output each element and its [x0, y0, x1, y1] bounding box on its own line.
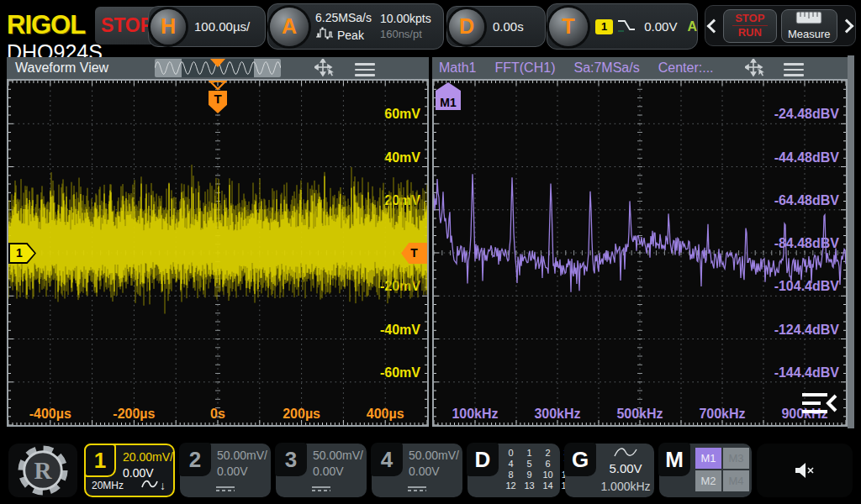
- channel2-button[interactable]: 2 50.00mV/ 0.00V: [180, 444, 271, 497]
- ac-coupling-icon: [141, 480, 158, 491]
- channel2-offset: 0.00V: [217, 464, 267, 480]
- rigol-gear-logo-button[interactable]: R: [8, 444, 77, 497]
- math-m4-chip[interactable]: M4: [723, 470, 749, 491]
- sample-rate: 6.25MSa/s: [315, 9, 372, 26]
- rigol-logo: RIGOL: [7, 10, 85, 40]
- measure-label: Measure: [788, 28, 831, 40]
- channel1-scale: 20.00mV/: [123, 449, 173, 465]
- math-button[interactable]: M M1 M3 M2 M4: [659, 444, 752, 497]
- channel4-scale: 50.00mV/: [409, 448, 459, 464]
- fft-grid: -24.48dBV -44.48dBV -64.48dBV -84.48dBV …: [432, 79, 848, 427]
- generator-amplitude: 5.00V: [600, 461, 651, 475]
- timebase-scale[interactable]: 100.00µs/: [194, 19, 250, 34]
- math-m2-chip[interactable]: M2: [695, 470, 721, 491]
- sine-wave-icon: [600, 446, 651, 461]
- digital-channels-button[interactable]: D 0123 4567 891011 12131415: [467, 444, 560, 497]
- channel1-bandwidth: 20MHz: [92, 480, 124, 491]
- trigger-sweep-auto: A: [687, 19, 697, 34]
- trigger-position-tag: T: [209, 91, 227, 113]
- move-window-icon[interactable]: [745, 59, 767, 81]
- delay-group: D 0.00s: [446, 6, 546, 47]
- channel4-number: 4: [371, 443, 403, 476]
- svg-text:R: R: [34, 457, 53, 484]
- panel-title: Waveform View: [15, 60, 108, 76]
- fft-sample-rate: Sa:7MSa/s: [573, 60, 639, 76]
- generator-letter: G: [564, 443, 596, 476]
- trigger-position-marker[interactable]: T: [209, 81, 227, 113]
- panel-menu-icon[interactable]: [784, 61, 804, 76]
- horizontal-knob[interactable]: H: [151, 9, 186, 45]
- channel4-button[interactable]: 4 50.00mV/ 0.00V: [372, 444, 462, 497]
- generator-frequency: 1.000kHz: [595, 480, 656, 493]
- waveform-view-header[interactable]: Waveform View: [7, 57, 429, 79]
- gear-icon: R: [17, 444, 69, 496]
- math-function[interactable]: FFT(CH1): [494, 60, 555, 76]
- channel1-number: 1: [84, 444, 116, 477]
- channel1-button[interactable]: 1 20.00mV/ 0.00V 20MHz ↓: [84, 444, 175, 497]
- move-window-icon[interactable]: [314, 59, 336, 81]
- math-m1-chip[interactable]: M1: [695, 448, 721, 469]
- horizontal-group: H 100.00µs/: [148, 6, 266, 47]
- waveform-view-panel: Waveform View 60mV 40mV 20mV -20mV -40mV: [7, 57, 429, 427]
- speaker-muted-icon: [794, 460, 816, 480]
- channel2-number: 2: [179, 443, 211, 476]
- overview-trigger-marker: [210, 59, 225, 67]
- math-letter: M: [658, 443, 690, 476]
- generator-button[interactable]: G 5.00V 1.000kHz: [565, 444, 654, 497]
- channel3-offset: 0.00V: [313, 464, 363, 480]
- math-chip-grid: M1 M3 M2 M4: [695, 448, 749, 491]
- waveform-grid: 60mV 40mV 20mV -20mV -40mV -60mV -400µs …: [7, 79, 429, 427]
- ruler-icon: [795, 11, 822, 27]
- horizontal-delay[interactable]: 0.00s: [493, 19, 524, 34]
- dc-coupling-icon: [312, 486, 330, 491]
- channel3-number: 3: [275, 443, 307, 476]
- sample-resolution: 160ns/pt: [380, 27, 431, 43]
- acquire-info[interactable]: 6.25MSa/s Peak: [315, 9, 372, 45]
- channel3-button[interactable]: 3 50.00mV/ 0.00V: [276, 444, 367, 497]
- fft-panel: Math1 FFT(CH1) Sa:7MSa/s Center:... -24.…: [432, 57, 848, 427]
- trigger-source-badge[interactable]: 1: [595, 19, 613, 34]
- toolbar-next-chevron[interactable]: [840, 18, 854, 33]
- delay-knob[interactable]: D: [449, 9, 484, 45]
- toolbar-prev-chevron[interactable]: [707, 18, 721, 33]
- channel2-scale: 50.00mV/: [217, 448, 267, 464]
- timebase-overview[interactable]: [155, 59, 281, 77]
- peak-detect-icon: [315, 26, 334, 44]
- trigger-knob[interactable]: T: [549, 8, 588, 46]
- run-label: RUN: [738, 27, 762, 39]
- top-bar: RIGOL STOP DHO924S H 100.00µs/ A 6.25MSa…: [0, 0, 861, 55]
- stop-label: STOP: [735, 13, 764, 24]
- acquire-knob[interactable]: A: [270, 8, 309, 46]
- memory-depth: 10.00kpts: [380, 10, 431, 27]
- panel-menu-icon[interactable]: [355, 61, 375, 76]
- channel3-scale: 50.00mV/: [313, 448, 363, 464]
- bottom-bar: R 1 20.00mV/ 0.00V 20MHz ↓ 2 50.00mV: [0, 433, 861, 504]
- fft-center: Center:...: [658, 60, 714, 76]
- math-m3-chip[interactable]: M3: [723, 448, 749, 469]
- quick-toolbar: STOP RUN Measure: [705, 5, 856, 46]
- acquisition-mode: Peak: [337, 27, 364, 44]
- expand-menu-icon[interactable]: [802, 391, 837, 418]
- sound-mute-button[interactable]: [757, 444, 853, 497]
- dc-coupling-icon: [216, 486, 235, 491]
- memory-info[interactable]: 10.00kpts 160ns/pt: [380, 10, 431, 43]
- trigger-level[interactable]: 0.00V: [644, 19, 677, 34]
- dc-coupling-icon: [408, 486, 426, 491]
- measure-button[interactable]: Measure: [781, 9, 837, 43]
- acquire-group: A 6.25MSa/s Peak 10.00kpts 160ns/pt: [267, 3, 444, 50]
- trigger-position-triangle: [209, 81, 227, 91]
- window-resize-strip[interactable]: [848, 55, 854, 428]
- digital-letter: D: [467, 443, 499, 476]
- digital-channel-grid: 0123 4567 891011 12131415: [504, 448, 573, 491]
- falling-edge-icon: [616, 18, 637, 36]
- math-source[interactable]: Math1: [439, 60, 476, 76]
- stop-run-button[interactable]: STOP RUN: [723, 9, 777, 43]
- oscilloscope-screen: RIGOL STOP DHO924S H 100.00µs/ A 6.25MSa…: [0, 0, 861, 504]
- trigger-group: T 1 0.00V A: [547, 3, 698, 50]
- falling-arrow-icon: ↓: [160, 479, 166, 492]
- channel4-offset: 0.00V: [409, 464, 459, 480]
- fft-panel-header[interactable]: Math1 FFT(CH1) Sa:7MSa/s Center:...: [432, 57, 848, 79]
